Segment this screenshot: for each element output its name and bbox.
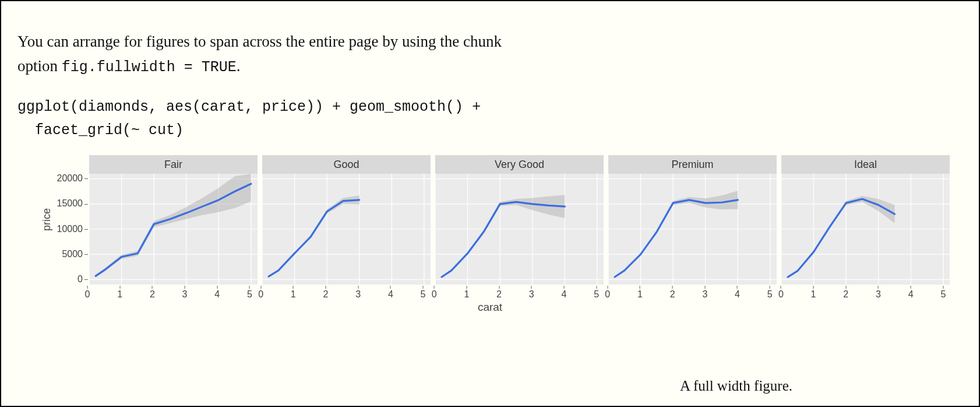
x-tick-label: 0 (85, 286, 90, 300)
x-tick-label: 5 (421, 286, 426, 300)
x-tick-label: 3 (702, 286, 707, 300)
x-tick-label: 3 (355, 286, 361, 300)
facet-strip-label: Very Good (435, 155, 604, 174)
x-tick-label: 1 (291, 286, 296, 300)
x-tick-label: 4 (908, 286, 914, 300)
y-axis-ticks: 05000100001500020000 (55, 155, 89, 285)
facet-panel: Ideal (781, 155, 950, 285)
intro-inline-code: fig.fullwidth = TRUE (62, 59, 237, 76)
x-tick-label: 1 (811, 286, 816, 300)
y-axis: price 05000100001500020000 (41, 155, 89, 285)
facet-panel: Good (262, 155, 431, 285)
x-tick-label: 2 (323, 286, 329, 300)
facet-plot-area (435, 174, 604, 285)
intro-text-after: . (237, 57, 241, 75)
y-tick-label: 0 (77, 274, 88, 285)
x-tick-label: 2 (496, 286, 502, 300)
x-axis-row: 012345012345012345012345012345 (41, 285, 950, 300)
x-tick-label: 2 (843, 286, 848, 300)
x-tick-label: 0 (778, 286, 784, 300)
facet-panel: Very Good (435, 155, 604, 285)
x-tick-label: 1 (637, 286, 643, 300)
facet-chart: price 05000100001500020000 FairGoodVery … (41, 155, 950, 285)
x-tick-label: 3 (876, 286, 881, 300)
x-tick-label: 5 (940, 286, 946, 300)
code-block: ggplot(diamonds, aes(carat, price)) + ge… (17, 96, 963, 142)
facet-plot-area (608, 174, 777, 285)
facet-strip-label: Ideal (781, 155, 950, 174)
facet-plot-area (89, 174, 258, 285)
x-tick-label: 3 (182, 286, 188, 300)
x-axis-ticks-row: 012345012345012345012345012345 (87, 285, 950, 300)
x-tick-label: 5 (594, 286, 599, 300)
x-tick-label: 4 (388, 286, 393, 300)
x-tick-label: 0 (605, 286, 610, 300)
x-tick-label: 5 (247, 286, 252, 300)
facet-plot-area (262, 174, 431, 285)
x-tick-label: 4 (561, 286, 566, 300)
y-axis-label: price (41, 208, 53, 231)
facet-row: FairGoodVery GoodPremiumIdeal (89, 155, 950, 285)
x-tick-label: 0 (432, 286, 437, 300)
y-tick-label: 10000 (57, 224, 89, 234)
x-tick-label: 1 (117, 286, 122, 300)
x-tick-label: 4 (735, 286, 740, 300)
facet-strip-label: Good (262, 155, 431, 174)
x-axis-ticks: 012345 (608, 285, 777, 300)
x-tick-label: 4 (214, 286, 220, 300)
x-axis-label: carat (17, 301, 963, 314)
y-tick-label: 5000 (62, 249, 88, 259)
intro-paragraph: You can arrange for figures to span acro… (17, 30, 542, 79)
facet-strip-label: Premium (608, 155, 777, 174)
facet-panel: Fair (89, 155, 258, 285)
y-tick-label: 15000 (57, 198, 89, 209)
x-tick-label: 2 (150, 286, 155, 300)
x-axis-ticks: 012345 (87, 285, 256, 300)
y-tick-label: 20000 (57, 173, 89, 184)
x-axis-ticks: 012345 (781, 285, 950, 300)
x-tick-label: 1 (464, 286, 469, 300)
x-axis-ticks: 012345 (434, 285, 603, 300)
facet-strip-label: Fair (89, 155, 258, 174)
facet-plot-area (781, 174, 950, 285)
x-tick-label: 2 (670, 286, 675, 300)
x-axis-ticks: 012345 (261, 285, 430, 300)
figure-caption: A full width figure. (680, 378, 792, 394)
facet-panel: Premium (608, 155, 777, 285)
x-tick-label: 3 (529, 286, 534, 300)
document-page: You can arrange for figures to span acro… (0, 0, 980, 407)
x-tick-label: 0 (258, 286, 263, 300)
x-tick-label: 5 (767, 286, 773, 300)
